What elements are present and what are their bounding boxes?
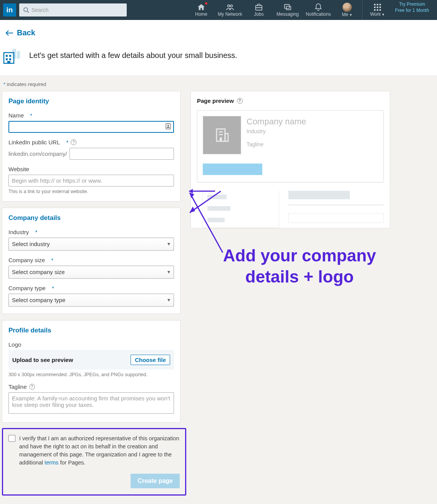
help-icon[interactable]: ? (237, 98, 243, 104)
section-title: Profile details (8, 327, 174, 334)
svg-rect-10 (374, 7, 376, 8)
preview-button-placeholder (203, 164, 262, 175)
section-title: Company details (8, 214, 174, 222)
search-icon (23, 7, 29, 15)
svg-rect-23 (9, 58, 11, 60)
svg-rect-9 (379, 4, 381, 5)
preview-company-name: Company name (247, 117, 306, 127)
svg-rect-7 (374, 4, 376, 5)
search-input[interactable] (19, 3, 127, 17)
logo-label: Logo (8, 341, 174, 348)
page-identity-card: Page identity Name * LinkedIn public URL… (2, 91, 180, 202)
industry-select[interactable]: Select industry (8, 238, 174, 251)
top-nav: in Home My Network Jobs Messaging Notifi… (0, 0, 437, 20)
svg-rect-21 (9, 55, 11, 57)
nav-label: Messaging (276, 12, 299, 17)
small-business-icon (3, 46, 22, 65)
nav-me[interactable]: Me▼ (334, 0, 361, 20)
preview-industry: Industry (247, 128, 306, 134)
help-icon[interactable]: ? (71, 139, 76, 145)
nav-work[interactable]: Work▼ (364, 0, 391, 20)
svg-rect-30 (220, 137, 222, 141)
profile-details-card: Profile details Logo Upload to see previ… (2, 320, 180, 423)
industry-label: Industry * (8, 229, 174, 235)
choose-file-button[interactable]: Choose file (131, 355, 170, 365)
svg-rect-11 (377, 7, 378, 8)
apps-grid-icon (374, 3, 381, 12)
svg-point-3 (230, 5, 233, 7)
svg-rect-24 (7, 61, 10, 63)
logo-help: 300 x 300px recommended. JPGs, JPEGs, an… (8, 372, 174, 377)
home-icon (197, 3, 205, 12)
name-input[interactable] (8, 121, 174, 133)
section-title: Page identity (8, 97, 174, 105)
create-page-button[interactable]: Create page (131, 474, 180, 488)
verify-checkbox[interactable] (8, 435, 15, 442)
svg-rect-20 (6, 55, 8, 57)
svg-rect-15 (379, 9, 381, 11)
contacts-icon[interactable] (166, 123, 171, 131)
bell-icon (314, 3, 323, 12)
nav-network[interactable]: My Network (215, 0, 245, 20)
website-label: Website (8, 166, 174, 172)
svg-rect-6 (286, 6, 291, 10)
verify-text: I verify that I am an authorized represe… (19, 435, 180, 467)
company-type-select[interactable]: Select company type (8, 294, 174, 307)
url-label: LinkedIn public URL * ? (8, 139, 174, 145)
nav-label: Me▼ (342, 12, 353, 17)
network-icon (226, 3, 234, 12)
nav-jobs[interactable]: Jobs (245, 0, 272, 20)
svg-rect-31 (225, 134, 228, 141)
svg-rect-8 (377, 4, 378, 5)
premium-line2: Free for 1 Month (391, 8, 433, 14)
svg-line-1 (27, 11, 29, 13)
briefcase-icon (255, 3, 263, 12)
search-box (19, 3, 127, 17)
preview-tagline: Tagline (247, 141, 306, 147)
type-label: Company type * (8, 285, 174, 291)
back-link[interactable]: Back (5, 28, 35, 37)
public-url-input[interactable] (70, 148, 174, 160)
svg-rect-13 (374, 9, 376, 11)
linkedin-logo[interactable]: in (3, 3, 16, 17)
svg-rect-29 (219, 134, 223, 135)
nav-label: Notifications (306, 12, 331, 17)
svg-point-2 (228, 5, 230, 7)
svg-rect-14 (377, 9, 378, 11)
website-input[interactable] (8, 175, 174, 187)
avatar (343, 3, 352, 12)
intro-heading: Let's get started with a few details abo… (29, 51, 237, 60)
nav-label: My Network (218, 12, 242, 17)
preview-logo-placeholder (203, 116, 241, 154)
svg-point-0 (24, 8, 28, 12)
preview-skeleton (202, 191, 384, 228)
verify-box: I verify that I am an authorized represe… (2, 428, 186, 496)
caret-down-icon: ▼ (381, 13, 385, 17)
company-size-select[interactable]: Select company size (8, 266, 174, 279)
nav-premium[interactable]: Try Premium Free for 1 Month (391, 0, 433, 20)
svg-rect-28 (219, 131, 223, 132)
tagline-label: Tagline ? (8, 383, 174, 390)
svg-rect-18 (17, 51, 20, 59)
messaging-icon (283, 3, 292, 12)
name-label: Name * (8, 112, 174, 119)
nav-home[interactable]: Home (188, 0, 215, 20)
preview-box: Company name Industry Tagline (197, 110, 384, 182)
svg-rect-22 (6, 58, 8, 60)
size-label: Company size * (8, 257, 174, 263)
help-icon[interactable]: ? (29, 384, 35, 390)
svg-rect-12 (379, 7, 381, 8)
nav-messaging[interactable]: Messaging (272, 0, 303, 20)
nav-label: Jobs (254, 12, 263, 17)
nav-label: Home (195, 12, 207, 17)
nav-notifications[interactable]: Notifications (303, 0, 334, 20)
company-details-card: Company details Industry * Select indust… (2, 208, 180, 314)
nav-separator (362, 0, 363, 20)
arrow-left-icon (5, 30, 14, 36)
tagline-input[interactable] (8, 392, 174, 414)
nav-label: Work▼ (370, 12, 385, 17)
terms-link[interactable]: terms (45, 459, 58, 466)
notification-dot (205, 2, 208, 5)
upload-placeholder-text: Upload to see preview (12, 357, 73, 363)
back-label: Back (17, 28, 35, 37)
